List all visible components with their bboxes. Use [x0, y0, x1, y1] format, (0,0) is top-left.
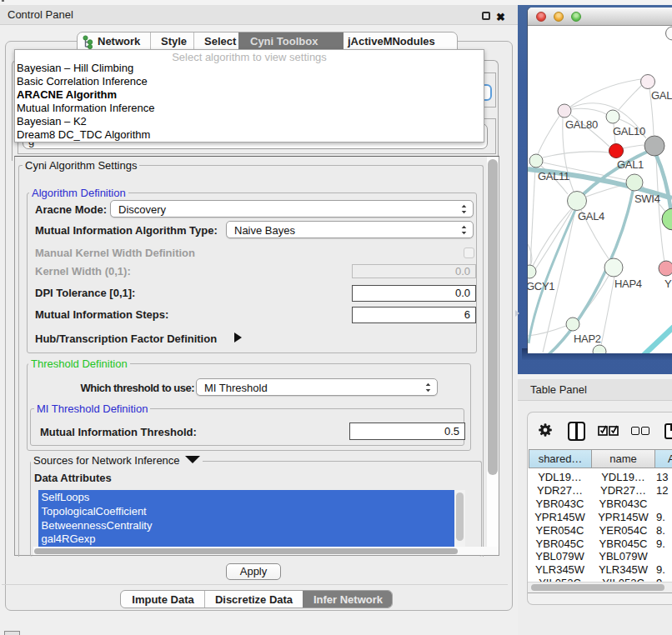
svg-text:HAP2: HAP2	[574, 332, 601, 345]
svg-text:GAL11: GAL11	[538, 170, 569, 182]
svg-text:Y: Y	[664, 278, 672, 290]
svg-text:HAP4: HAP4	[614, 278, 642, 290]
svg-text:SWI4: SWI4	[634, 192, 660, 205]
svg-text:GAL4: GAL4	[578, 210, 604, 222]
svg-text:GAL2: GAL2	[651, 89, 672, 102]
svg-text:GAL80: GAL80	[565, 118, 598, 131]
svg-text:GCY1: GCY1	[528, 280, 554, 292]
svg-text:GAL1: GAL1	[617, 158, 644, 171]
svg-text:GAL10: GAL10	[613, 125, 645, 138]
